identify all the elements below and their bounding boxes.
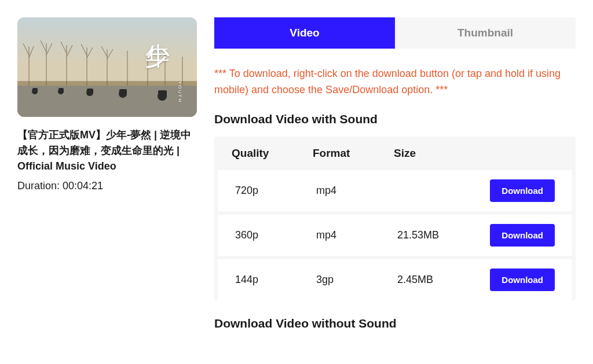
svg-rect-23 [32,88,38,93]
video-thumbnail: 少年 YOUTH [17,17,197,117]
table-row: 360p mp4 21.53MB Download [218,215,572,256]
cell-quality: 144p [235,274,316,286]
tab-content: *** To download, right-click on the down… [214,49,576,330]
table-row: 720p mp4 Download [218,170,572,211]
download-button[interactable]: Download [490,224,555,247]
video-info-panel: 少年 YOUTH 【官方正式版MV】少年-夢然 | 逆境中成长，因为磨难，变成生… [17,17,197,341]
section-heading-without-sound: Download Video without Sound [214,317,576,330]
video-title: 【官方正式版MV】少年-夢然 | 逆境中成长，因为磨难，变成生命里的光 | Of… [17,127,197,174]
svg-rect-25 [58,88,64,93]
thumbnail-overlay-text: 少年 [141,24,174,27]
svg-rect-27 [87,89,93,94]
download-panel: Video Thumbnail *** To download, right-c… [214,17,576,341]
cell-format: mp4 [316,229,397,241]
cell-quality: 360p [235,229,316,241]
tab-bar: Video Thumbnail [214,17,576,49]
table-row: 144p 3gp 2.45MB Download [218,259,572,300]
svg-rect-1 [17,84,197,117]
download-button[interactable]: Download [490,179,555,202]
tab-thumbnail[interactable]: Thumbnail [395,17,576,49]
section-heading-with-sound: Download Video with Sound [214,112,576,126]
download-instruction: *** To download, right-click on the down… [214,66,576,98]
video-duration: Duration: 00:04:21 [17,180,197,192]
svg-rect-29 [119,89,127,95]
tab-video[interactable]: Video [214,17,395,49]
header-format: Format [313,147,394,160]
cell-quality: 720p [235,185,316,197]
download-table: Quality Format Size 720p mp4 Download 36… [214,137,576,300]
download-button[interactable]: Download [490,269,555,291]
thumbnail-overlay-subtext: YOUTH [177,81,182,103]
thumbnail-image [17,17,197,117]
cell-format: mp4 [316,185,397,197]
header-size: Size [394,147,469,160]
cell-format: 3gp [316,274,397,286]
table-header-row: Quality Format Size [214,137,576,170]
cell-size: 2.45MB [397,274,473,286]
svg-rect-31 [158,90,167,97]
cell-size: 21.53MB [397,229,473,241]
header-quality: Quality [232,147,313,160]
